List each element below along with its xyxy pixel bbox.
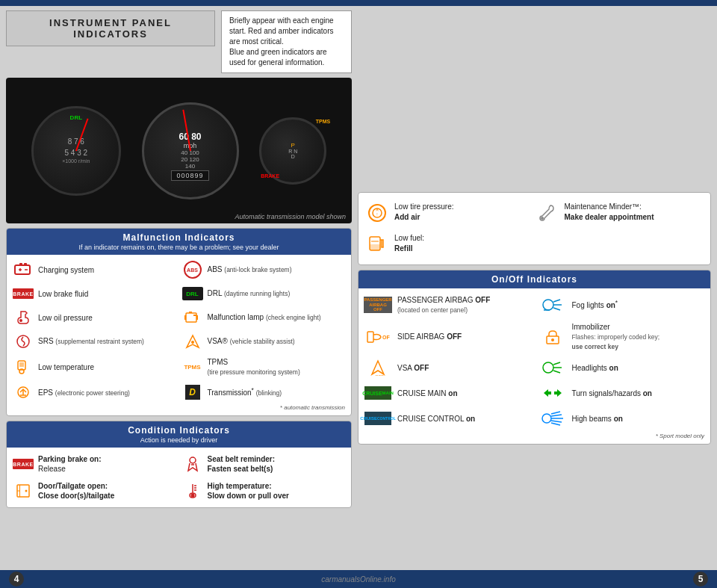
maintenance-text: Maintenance Minder™:Make dealer appointm… — [565, 202, 654, 223]
immobilizer-icon — [539, 328, 566, 346]
page-container: INSTRUMENT PANEL INDICATORS Briefly appe… — [0, 0, 717, 588]
list-item: VSA® (vehicle stability assist) — [182, 331, 346, 352]
svg-line-41 — [553, 308, 560, 310]
svg-point-13 — [191, 341, 194, 344]
list-item: OFF SIDE AIRBAG OFF — [364, 320, 530, 353]
malfunction-title: Malfunction Indicators — [10, 232, 347, 243]
svg-rect-1 — [19, 263, 22, 265]
left-column: INSTRUMENT PANEL INDICATORS Briefly appe… — [6, 10, 352, 566]
malfunction-lamp-text: Malfunction lamp (check engine light) — [208, 312, 321, 322]
condition-body: BRAKE Parking brake on:Release Seat belt… — [7, 448, 351, 507]
condition-panel: Condition Indicators Action is needed by… — [6, 421, 352, 508]
list-item: High temperature:Slow down or pull over — [182, 479, 346, 503]
seatbelt-icon — [182, 456, 203, 472]
engine-icon — [182, 309, 203, 326]
svg-rect-7 — [186, 313, 196, 322]
list-item: OFF VSA OFF — [364, 356, 530, 379]
list-item: CRUISECONTROL CRUISE CONTROL on — [364, 407, 530, 430]
svg-line-51 — [553, 371, 560, 373]
srs-text: SRS (supplemental restraint system) — [38, 336, 144, 346]
high-beams-icon — [539, 409, 566, 427]
svg-rect-8 — [184, 315, 186, 320]
list-item: SRS (supplemental restraint system) — [13, 331, 176, 352]
side-airbag-icon: OFF — [364, 328, 391, 346]
malfunction-body: Charging system ABS ABS (anti-lock brake… — [7, 255, 351, 415]
svg-rect-25 — [19, 485, 20, 497]
list-item: PASSENGERAIRBAGOFF PASSENGER AIRBAG OFF(… — [364, 293, 530, 317]
eps-icon — [13, 384, 34, 400]
door-text: Door/Tailgate open:Close door(s)/tailgat… — [38, 481, 114, 501]
turn-signals-text: Turn signals/hazards on — [572, 389, 652, 398]
trans-text: Transmission* (blinking) — [208, 386, 282, 397]
list-item: D Transmission* (blinking) — [182, 382, 346, 403]
main-title: INSTRUMENT PANEL INDICATORS — [49, 17, 172, 40]
list-item: CRUISEMAIN CRUISE MAIN on — [364, 382, 530, 404]
condition-grid: BRAKE Parking brake on:Release Seat belt… — [13, 452, 345, 503]
svg-text:OFF: OFF — [375, 374, 384, 376]
top-bar — [0, 0, 717, 6]
desc-line1: Briefly appear with each engine start. R… — [229, 16, 334, 46]
list-item: EPS (electronic power steering) — [13, 382, 176, 403]
tire-fuel-grid: ! Low tire pressure:Add air Maintenance … — [366, 199, 703, 259]
immobilizer-text: ImmobilizerFlashes: improperly coded key… — [572, 322, 660, 351]
tpms-icon: TPMS — [182, 359, 203, 375]
list-item: Malfunction lamp (check engine light) — [182, 307, 346, 328]
high-temp-icon — [182, 483, 203, 499]
low-temp-text: Low temperature — [38, 362, 94, 372]
tpms-text: TPMS(tire pressure monitoring system) — [208, 357, 300, 377]
vsa-off-text: VSA OFF — [397, 363, 429, 373]
tire-text: Low tire pressure:Add air — [394, 202, 453, 223]
condition-header: Condition Indicators Action is needed by… — [7, 421, 351, 448]
dashboard-image: 8 7 6 5 4 3 2 ×1000 r/min DRL 60 8 — [6, 78, 352, 223]
list-item: Headlights on — [539, 356, 705, 379]
svg-line-53 — [551, 412, 560, 414]
malfunction-footnote: * automatic transmission — [13, 404, 345, 411]
list-item: Turn signals/hazards on — [539, 382, 705, 404]
list-item: BRAKE Low brake fluid — [13, 283, 176, 304]
gauges: 8 7 6 5 4 3 2 ×1000 r/min DRL 60 8 — [6, 78, 352, 223]
website-footer: carmanualsOnline.info — [321, 575, 396, 584]
list-item: Seat belt reminder:Fasten seat belt(s) — [182, 452, 346, 476]
malfunction-header: Malfunction Indicators If an indicator r… — [7, 229, 351, 255]
list-item: Door/Tailgate open:Close door(s)/tailgat… — [13, 479, 176, 503]
srs-icon — [13, 333, 34, 350]
svg-point-27 — [190, 494, 194, 498]
vsa-icon — [182, 333, 203, 350]
malfunction-grid: Charging system ABS ABS (anti-lock brake… — [13, 259, 345, 403]
cruise-ctrl-text: CRUISE CONTROL on — [397, 414, 475, 424]
side-airbag-text: SIDE AIRBAG OFF — [397, 332, 462, 341]
description-box: Briefly appear with each engine start. R… — [221, 10, 352, 73]
list-item: Low oil pressure — [13, 307, 176, 328]
list-item: BRAKE Parking brake on:Release — [13, 452, 176, 476]
fog-lights-text: Fog lights on* — [572, 299, 618, 310]
list-item: Fog lights on* — [539, 293, 705, 317]
title-section: INSTRUMENT PANEL INDICATORS Briefly appe… — [6, 10, 352, 73]
drl-text: DRL (daytime running lights) — [208, 288, 291, 298]
svg-point-46 — [551, 338, 554, 341]
drl-icon: DRL — [182, 285, 203, 302]
speedometer-gauge: 60 80 mph 40 100 20 120 140 000899 — [142, 102, 239, 199]
dashboard-spacer — [358, 42, 711, 188]
svg-rect-14 — [18, 361, 25, 370]
vsa-text: VSA® (vehicle stability assist) — [208, 336, 295, 346]
oil-text: Low oil pressure — [38, 313, 93, 323]
svg-point-22 — [190, 457, 196, 463]
svg-rect-10 — [189, 312, 192, 313]
brake-fluid-text: Low brake fluid — [38, 289, 88, 299]
list-item: DRL DRL (daytime running lights) — [182, 283, 346, 304]
battery-icon — [13, 261, 34, 278]
abs-text: ABS (anti-lock brake system) — [208, 264, 292, 274]
tire-item: ! Low tire pressure:Add air — [366, 199, 533, 227]
condition-title: Condition Indicators — [10, 425, 347, 436]
page-number-left: 4 — [9, 572, 24, 587]
eps-text: EPS (electronic power steering) — [38, 388, 130, 397]
pax-airbag-icon: PASSENGERAIRBAGOFF — [364, 296, 391, 314]
svg-point-6 — [19, 319, 22, 322]
abs-icon: ABS — [182, 261, 203, 278]
fuel-icon — [366, 233, 388, 256]
oil-icon — [13, 309, 34, 326]
wrench-icon — [536, 202, 559, 224]
svg-rect-9 — [196, 315, 198, 320]
onoff-footnote: * Sport model only — [364, 430, 704, 439]
title-box: INSTRUMENT PANEL INDICATORS — [6, 10, 215, 46]
